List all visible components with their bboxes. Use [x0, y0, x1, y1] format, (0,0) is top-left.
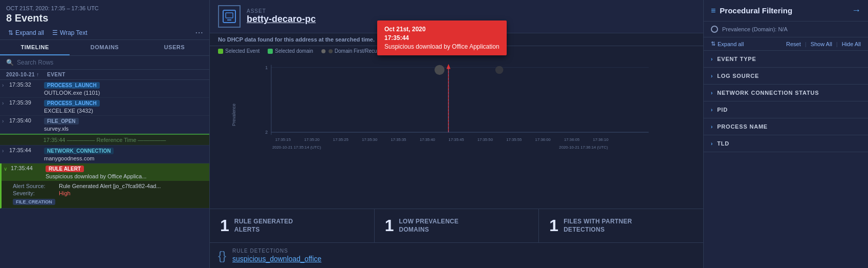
list-item: › 17:35:44 NETWORK_CONNECTION manygoodne…	[0, 146, 209, 163]
expand-chevron[interactable]: ∨	[4, 165, 11, 172]
legend-selected-event-label: Selected Event	[225, 48, 259, 54]
svg-text:2: 2	[265, 130, 268, 135]
stat-number-low-prevalence: 1	[385, 216, 394, 235]
selected-event-dot	[218, 49, 223, 54]
detail-value-severity: High	[59, 190, 203, 196]
chart-area: Prevalence 1 2 17:35:15 17:35:20 17:35:2…	[210, 56, 703, 209]
more-button[interactable]: ⋯	[195, 29, 203, 37]
svg-text:17:35:45: 17:35:45	[448, 137, 464, 142]
column-headers: 2020-10-21 ↑ EVENT	[0, 70, 209, 80]
svg-text:17:36:00: 17:36:00	[535, 137, 551, 142]
events-count: 8 Events	[6, 12, 203, 24]
filter-reset-link[interactable]: Reset	[786, 41, 801, 47]
svg-point-25	[495, 66, 504, 74]
tooltip-popup: Oct 21st, 2020 17:35:44 Suspicious downl…	[377, 20, 507, 55]
search-icon: 🔍	[6, 59, 14, 66]
stats-row: 1 RULE GENERATEDALERTS 1 LOW PREVALENCED…	[210, 209, 703, 242]
filter-section-header-log-source[interactable]: › LOG SOURCE	[704, 68, 868, 84]
chevron-right-icon: ›	[711, 107, 713, 113]
stat-label-partner-detections: FILES WITH PARTNERDETECTIONS	[563, 218, 632, 234]
chevron-right-icon: ›	[711, 73, 713, 79]
event-desc: OUTLOOK.exe (1101)	[44, 90, 205, 96]
filter-section-label-process-name: PROCESS NAME	[717, 123, 768, 130]
reference-time-row: 17:35:44 ————— Reference Time —————	[0, 134, 209, 146]
stat-low-prevalence[interactable]: 1 LOW PREVALENCEDOMAINS	[375, 209, 539, 242]
expand-chevron[interactable]: ›	[2, 147, 9, 154]
svg-text:17:35:15: 17:35:15	[275, 137, 291, 142]
recurring-dot	[329, 49, 333, 53]
rule-detections-name[interactable]: suspicious_download_office	[232, 255, 695, 263]
tab-users[interactable]: USERS	[140, 40, 209, 55]
event-time: 17:35:44	[11, 165, 46, 171]
filter-expand-all[interactable]: ⇅ Expand all	[711, 40, 744, 47]
filter-section-header-pid[interactable]: › PID	[704, 101, 868, 118]
reference-time-label: 17:35:44 ————— Reference Time —————	[44, 137, 166, 143]
event-row-main[interactable]: › 17:35:40 FILE_OPEN survey.xls	[0, 116, 209, 133]
filter-show-all-link[interactable]: Show All	[811, 41, 832, 47]
legend-selected-event: Selected Event	[218, 48, 259, 54]
list-item: ∨ 17:35:44 RULE ALERT Suspicious downloa…	[0, 163, 209, 209]
prevalence-toggle[interactable]	[711, 26, 718, 33]
event-row-main[interactable]: ∨ 17:35:44 RULE ALERT Suspicious downloa…	[2, 163, 209, 181]
event-content: FILE_OPEN survey.xls	[44, 117, 205, 132]
tab-domains[interactable]: DOMAINS	[70, 40, 139, 55]
event-badge-next: FILE_CREATION	[13, 199, 55, 205]
expand-all-button[interactable]: ⇅ Expand all	[6, 28, 46, 37]
filter-section-header-event-type[interactable]: › EVENT TYPE	[704, 51, 868, 67]
tab-timeline[interactable]: TIMELINE	[0, 40, 70, 55]
filter-section-header-process-name[interactable]: › PROCESS NAME	[704, 118, 868, 135]
col-date-header: 2020-10-21 ↑	[6, 72, 47, 77]
chevron-right-icon: ›	[711, 90, 713, 96]
col-event-header: EVENT	[47, 72, 203, 77]
wrap-text-label: Wrap Text	[60, 29, 88, 36]
event-row-main[interactable]: › 17:35:32 PROCESS_LAUNCH OUTLOOK.exe (1…	[0, 80, 209, 97]
domain-first-dot	[321, 49, 326, 53]
expand-all-label: Expand all	[15, 29, 44, 36]
event-badge: FILE_OPEN	[44, 118, 79, 125]
right-panel-expand-arrow[interactable]: →	[852, 5, 861, 16]
prevalence-label: Prevalence (Domain): N/A	[722, 26, 788, 32]
wrap-text-button[interactable]: ☰ Wrap Text	[50, 28, 90, 37]
rule-detections-icon: {}	[218, 249, 226, 263]
search-input[interactable]	[17, 59, 203, 66]
svg-text:17:35:20: 17:35:20	[304, 137, 320, 142]
event-desc: Suspicious download by Office Applica...	[46, 173, 205, 179]
svg-rect-1	[226, 13, 233, 18]
event-badge: NETWORK_CONNECTION	[44, 148, 114, 154]
filter-section-header-tld[interactable]: › TLD	[704, 135, 868, 152]
filter-icon: ≡	[711, 6, 715, 15]
rule-detections: {} RULE DETECTIONS suspicious_download_o…	[210, 242, 703, 268]
filter-section-label-network-status: NETWORK CONNECTION STATUS	[717, 90, 819, 96]
detail-severity: Severity: High	[13, 190, 203, 196]
stat-number-rule-alerts: 1	[220, 216, 229, 235]
svg-text:2020-10-21  17:36:14 (UTC): 2020-10-21 17:36:14 (UTC)	[559, 145, 608, 150]
svg-text:17:35:40: 17:35:40	[420, 137, 436, 142]
left-header: OCT 21ST, 2020: 17:35 – 17:36 UTC 8 Even…	[0, 0, 209, 26]
event-content: PROCESS_LAUNCH EXCEL.EXE (3432)	[44, 99, 205, 114]
right-panel-title: ≡ Procedural Filtering	[711, 6, 792, 15]
svg-text:17:35:25: 17:35:25	[333, 137, 349, 142]
expand-chevron[interactable]: ›	[2, 99, 9, 106]
event-row-main[interactable]: › 17:35:44 NETWORK_CONNECTION manygoodne…	[0, 146, 209, 163]
expand-icon: ⇅	[8, 29, 13, 36]
tooltip-time: 17:35:44	[384, 34, 500, 42]
detail-label-severity: Severity:	[13, 190, 59, 196]
selected-domain-dot	[268, 49, 273, 54]
filter-section-pid: › PID	[704, 101, 868, 118]
event-row-main[interactable]: › 17:35:39 PROCESS_LAUNCH EXCEL.EXE (343…	[0, 98, 209, 115]
tooltip-message: Suspicious download by Office Applicatio…	[384, 43, 500, 50]
stat-label-low-prevalence: LOW PREVALENCEDOMAINS	[399, 218, 459, 234]
event-desc: EXCEL.EXE (3432)	[44, 108, 205, 114]
stat-partner-detections[interactable]: 1 FILES WITH PARTNERDETECTIONS	[539, 209, 703, 242]
filter-section-header-network-status[interactable]: › NETWORK CONNECTION STATUS	[704, 85, 868, 101]
detail-value-alert-source: Rule Generated Alert [jo_c7fca982-4ad...	[59, 183, 203, 189]
legend-selected-domain: Selected domain	[268, 48, 313, 54]
expand-arrows-icon: ⇅	[711, 40, 715, 47]
stat-rule-alerts[interactable]: 1 RULE GENERATEDALERTS	[210, 209, 375, 242]
filter-hide-all-link[interactable]: Hide All	[842, 41, 861, 47]
svg-text:1: 1	[265, 65, 268, 70]
filter-section-tld: › TLD	[704, 135, 868, 152]
expand-chevron[interactable]: ›	[2, 81, 9, 88]
expand-chevron[interactable]: ›	[2, 117, 9, 124]
chevron-right-icon: ›	[711, 56, 713, 62]
